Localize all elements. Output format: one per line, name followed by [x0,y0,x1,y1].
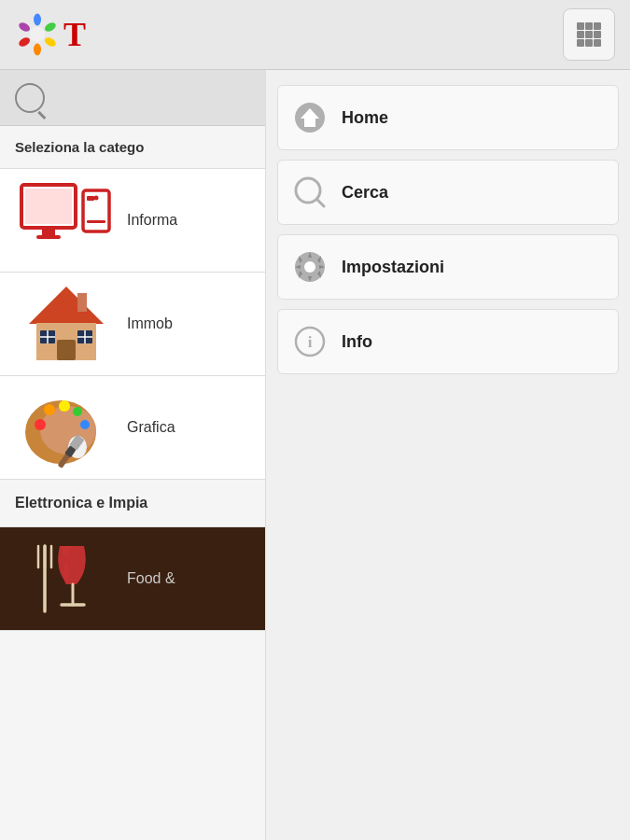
svg-rect-26 [77,293,87,312]
category-label-food: Food & [127,570,175,587]
svg-point-6 [18,21,32,33]
list-item[interactable]: Informa [0,169,265,273]
svg-point-40 [59,400,70,412]
menu-item-home-label: Home [342,108,388,128]
search-icon [15,83,45,113]
menu-item-impostazioni-label: Impostazioni [342,258,444,277]
list-item[interactable]: Immob [0,273,265,376]
svg-point-41 [73,407,82,416]
header: T [0,0,630,70]
search-menu-icon [293,175,327,209]
category-header: Seleziona la catego [0,126,265,169]
svg-point-39 [44,404,55,415]
menu-item-home[interactable]: Home [277,85,619,150]
svg-marker-25 [29,287,104,324]
category-separator-elettronica[interactable]: Elettronica e Impia [0,480,265,527]
search-bar[interactable] [0,70,265,126]
svg-rect-18 [25,189,72,224]
svg-point-3 [43,35,57,48]
home-icon [293,101,327,134]
svg-rect-22 [87,196,94,201]
gear-menu-icon [293,250,327,284]
svg-point-23 [94,196,99,201]
svg-point-2 [43,21,57,33]
app-logo: T [15,12,86,57]
svg-rect-19 [42,228,55,235]
category-label-immobiliare: Immob [127,315,173,332]
svg-point-59 [304,261,315,273]
svg-rect-8 [577,22,584,30]
grid-button[interactable] [563,8,615,61]
svg-point-1 [34,14,41,26]
palette-icon [15,385,118,469]
menu-item-impostazioni[interactable]: Impostazioni [277,234,619,300]
grid-icon [575,21,603,49]
svg-rect-16 [594,39,601,47]
menu-item-cerca[interactable]: Cerca [277,160,619,225]
computer-icon [15,178,118,262]
category-label-grafica: Grafica [127,419,175,436]
category-header-text: Seleziona la catego [15,139,144,155]
svg-rect-14 [577,39,584,47]
menu-item-cerca-label: Cerca [342,183,388,203]
svg-rect-12 [585,31,593,38]
hands-icon [15,12,60,57]
svg-rect-13 [594,31,601,38]
svg-rect-15 [585,39,593,47]
svg-point-42 [80,420,90,429]
menu-item-info-label: Info [342,332,372,352]
list-item[interactable]: Food & [0,527,265,631]
svg-rect-10 [594,22,601,30]
list-item[interactable]: Grafica [0,376,265,480]
category-label-elettronica: Elettronica e Impia [15,495,147,511]
menu-item-info[interactable]: i Info [277,309,619,374]
info-menu-icon: i [293,325,327,358]
house-icon [15,282,118,366]
left-panel: Seleziona la catego Informa [0,70,266,840]
svg-text:i: i [308,333,313,351]
category-label-informatica: Informa [127,212,177,229]
svg-rect-11 [577,31,584,38]
svg-rect-20 [36,235,61,239]
svg-rect-28 [57,340,76,360]
main-layout: Seleziona la catego Informa [0,70,630,840]
svg-point-7 [30,27,45,42]
svg-line-55 [317,200,324,206]
food-icon [15,537,118,621]
svg-point-4 [34,44,41,56]
svg-point-5 [18,35,32,48]
svg-rect-24 [87,220,105,223]
svg-point-38 [35,419,46,430]
t-logo-text: T [63,15,86,54]
right-panel: Home Cerca [266,70,630,840]
svg-rect-9 [585,22,593,30]
